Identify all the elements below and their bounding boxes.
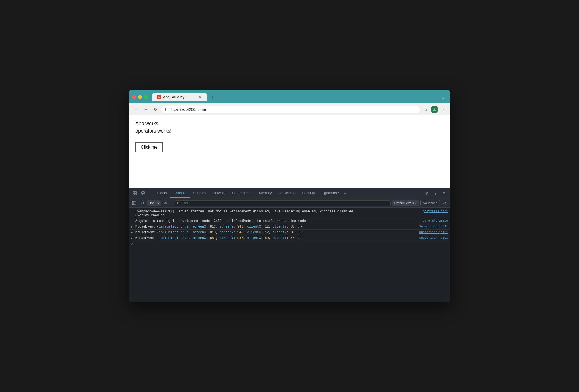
console-row-5: ▶ MouseEvent {isTrusted: true, screenX: … — [129, 235, 450, 241]
console-eye-button[interactable]: 👁 — [162, 200, 169, 206]
svg-rect-8 — [132, 201, 136, 205]
console-expand-3[interactable]: ▶ — [131, 225, 133, 228]
console-source-4[interactable]: Subscriber.js:91 — [419, 231, 448, 234]
console-row-4: ▶ MouseEvent {isTrusted: true, screenX: … — [129, 230, 450, 235]
tab-title: AngularStudy — [163, 95, 195, 99]
security-icon: ℹ — [165, 108, 166, 112]
console-message-3: MouseEvent {isTrusted: true, screenX: 81… — [135, 225, 416, 229]
svg-rect-6 — [142, 194, 144, 195]
devtools-toolbar: ⊘ top 👁 ⊟ Default levels ▾ No Issues ⚙ — [129, 198, 450, 208]
console-context-select[interactable]: top — [147, 200, 161, 206]
console-expand-5[interactable]: ▶ — [131, 237, 133, 240]
more-menu-button[interactable]: ⋮ — [439, 106, 447, 113]
devtools-tab-lighthouse[interactable]: Lighthouse — [318, 189, 342, 198]
console-source-2[interactable]: core.mjs:25520 — [423, 219, 448, 222]
minimize-window-button[interactable] — [138, 95, 142, 99]
devtools-panel: Elements Console Sources Network Perform… — [129, 188, 450, 302]
tab-favicon: A — [157, 95, 161, 99]
close-window-button[interactable] — [132, 95, 136, 99]
console-message-1: [webpack-dev-server] Server started: Hot… — [135, 210, 420, 217]
svg-rect-5 — [142, 192, 144, 194]
console-row-3: ▶ MouseEvent {isTrusted: true, screenX: … — [129, 224, 450, 230]
address-input[interactable] — [161, 106, 420, 113]
console-row-1: [webpack-dev-server] Server started: Hot… — [129, 209, 450, 218]
devtools-settings-button[interactable]: ⚙ — [423, 189, 431, 197]
address-bar-wrapper: ℹ — [161, 106, 420, 113]
console-message-4: MouseEvent {isTrusted: true, screenX: 81… — [135, 231, 416, 234]
inspect-icon — [133, 191, 137, 195]
tabs-expand-button[interactable]: ⌄ — [439, 94, 447, 101]
svg-rect-2 — [135, 192, 136, 193]
devtools-tab-elements[interactable]: Elements — [149, 189, 170, 198]
console-gear-button[interactable]: ⚙ — [441, 200, 448, 206]
profile-icon-svg — [432, 107, 437, 112]
toolbar-divider — [172, 200, 172, 206]
devtools-tab-application[interactable]: Application — [275, 189, 299, 198]
maximize-window-button[interactable] — [144, 95, 148, 99]
console-filter-input[interactable] — [181, 201, 388, 205]
console-sidebar-toggle[interactable] — [131, 200, 138, 206]
devtools-close-button[interactable]: ✕ — [440, 189, 448, 197]
bookmark-button[interactable]: ☆ — [422, 106, 429, 113]
console-output: [webpack-dev-server] Server started: Hot… — [129, 208, 450, 302]
new-tab-button[interactable]: + — [209, 94, 217, 101]
console-message-5: MouseEvent {isTrusted: true, screenX: 85… — [135, 236, 416, 240]
devtools-tab-security[interactable]: Security — [299, 189, 318, 198]
devtools-tabs-bar: Elements Console Sources Network Perform… — [129, 188, 450, 198]
svg-rect-4 — [135, 194, 136, 195]
console-clear-button[interactable]: ⊘ — [139, 200, 146, 206]
devtools-tab-console[interactable]: Console — [170, 189, 190, 198]
devtools-kebab-menu-button[interactable]: ⋮ — [432, 189, 439, 197]
nav-bar: ← → ↻ ℹ ☆ ⋮ — [129, 103, 450, 115]
sidebar-icon — [132, 201, 136, 205]
console-prompt-row: > — [129, 241, 450, 243]
devtools-more-tabs-button[interactable]: » — [342, 189, 347, 197]
devtools-tab-performance[interactable]: Performance — [229, 189, 255, 198]
browser-window: A AngularStudy × + ⌄ ← → ↻ ℹ ☆ — [129, 90, 450, 302]
devtools-icon-group — [131, 189, 147, 197]
title-bar: A AngularStudy × + ⌄ — [129, 90, 450, 103]
profile-button[interactable] — [431, 106, 438, 113]
operators-works-text: operators works! — [135, 128, 444, 134]
console-source-5[interactable]: Subscriber.js:91 — [419, 236, 448, 240]
back-button[interactable]: ← — [132, 106, 140, 113]
console-filter-bar: ⊟ — [175, 200, 391, 206]
console-row-2: Angular is running in development mode. … — [129, 218, 450, 224]
console-prompt-arrow: > — [131, 242, 133, 246]
svg-rect-1 — [133, 192, 135, 193]
devtools-inspect-button[interactable] — [131, 189, 139, 197]
console-no-issues-label: No Issues — [420, 200, 440, 206]
tabs-row: A AngularStudy × + ⌄ — [152, 93, 447, 101]
devtools-right-buttons: ⚙ ⋮ ✕ — [423, 189, 448, 197]
console-source-3[interactable]: Subscriber.js:91 — [419, 225, 448, 228]
console-expand-4[interactable]: ▶ — [131, 231, 133, 234]
nav-right-buttons: ☆ ⋮ — [422, 106, 447, 113]
browser-tab-angularstudy[interactable]: A AngularStudy × — [152, 93, 207, 101]
devtools-device-button[interactable] — [139, 189, 147, 197]
devtools-tab-network[interactable]: Network — [209, 189, 229, 198]
reload-button[interactable]: ↻ — [152, 106, 159, 113]
svg-rect-3 — [133, 194, 135, 195]
device-icon — [141, 191, 145, 195]
tab-close-button[interactable]: × — [197, 94, 202, 99]
console-source-1[interactable]: polyfills.js:1 — [423, 210, 448, 213]
forward-button[interactable]: → — [142, 106, 150, 113]
page-content: App works! operators works! Click me — [129, 115, 450, 188]
console-message-2: Angular is running in development mode. … — [135, 219, 420, 223]
svg-point-0 — [434, 108, 435, 109]
app-works-text: App works! — [135, 121, 444, 127]
traffic-lights — [132, 95, 148, 99]
devtools-tab-sources[interactable]: Sources — [190, 189, 209, 198]
devtools-tab-memory[interactable]: Memory — [256, 189, 275, 198]
console-levels-button[interactable]: Default levels ▾ — [392, 200, 419, 206]
click-me-button[interactable]: Click me — [135, 142, 163, 152]
filter-icon: ⊟ — [177, 201, 180, 205]
